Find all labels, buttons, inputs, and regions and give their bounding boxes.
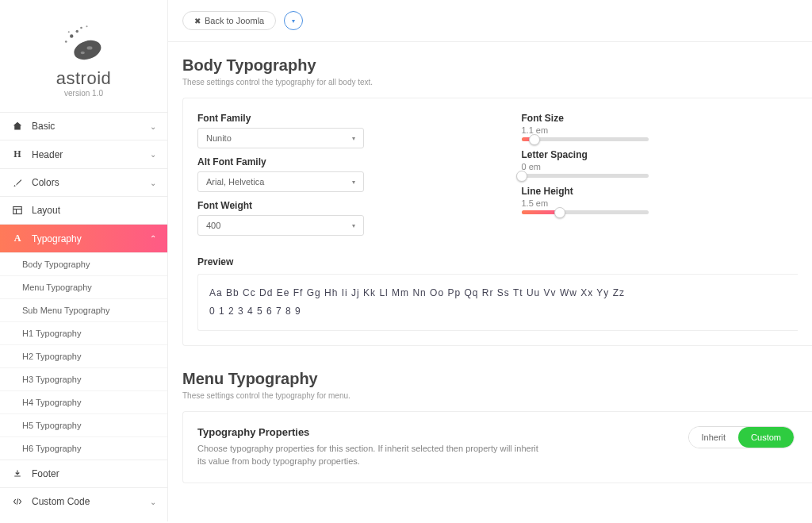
sidebar-item-basic[interactable]: Basic ⌄: [0, 112, 167, 140]
section-desc: These settings control the typography fo…: [182, 391, 812, 400]
section-title: Menu Typography: [182, 370, 812, 388]
sidebar-item-label: Layout: [32, 205, 156, 216]
font-size-value: 1.1 em: [522, 125, 799, 135]
chevron-down-icon: ▾: [352, 135, 355, 142]
sidebar-item-label: Typography: [32, 233, 150, 244]
subnav-h1-typography[interactable]: H1 Typography: [0, 321, 167, 344]
code-icon: [11, 497, 24, 506]
menu-typography-panel: Typography Properties Choose typography …: [182, 411, 812, 483]
topbar: ✖ Back to Joomla ▾: [168, 0, 812, 42]
line-height-slider[interactable]: [522, 210, 649, 214]
dropdown-circle-button[interactable]: ▾: [284, 11, 303, 30]
body-typography-section: Body Typography These settings control t…: [182, 56, 812, 346]
select-value: Arial, Helvetica: [206, 177, 264, 187]
sidebar: astroid version 1.0 Basic ⌄ H Header ⌄ C…: [0, 0, 168, 521]
typography-submenu: Body Typography Menu Typography Sub Menu…: [0, 252, 167, 460]
brush-icon: [11, 178, 24, 187]
chevron-down-icon: ⌄: [150, 122, 156, 131]
astroid-logo-icon: [56, 22, 112, 67]
download-icon: [11, 469, 24, 479]
toggle-custom[interactable]: Custom: [738, 427, 794, 448]
sidebar-item-custom-code[interactable]: Custom Code ⌄: [0, 487, 167, 515]
chevron-down-icon: ▾: [352, 179, 355, 186]
letter-spacing-label: Letter Spacing: [522, 149, 799, 160]
slider-thumb[interactable]: [529, 134, 540, 145]
subnav-h3-typography[interactable]: H3 Typography: [0, 367, 167, 390]
select-value: 400: [206, 221, 220, 230]
subnav-h2-typography[interactable]: H2 Typography: [0, 344, 167, 367]
font-size-slider[interactable]: [522, 137, 649, 141]
slider-thumb[interactable]: [516, 171, 527, 182]
subnav-submenu-typography[interactable]: Sub Menu Typography: [0, 298, 167, 321]
menu-typography-section: Menu Typography These settings control t…: [182, 370, 812, 483]
typography-properties-title: Typography Properties: [197, 426, 672, 438]
typography-properties-desc: Choose typography properties for this se…: [197, 442, 546, 468]
line-height-value: 1.5 em: [522, 198, 799, 208]
sidebar-item-label: Footer: [32, 468, 156, 479]
sidebar-item-typography[interactable]: A Typography ⌃: [0, 224, 167, 252]
svg-point-2: [80, 52, 84, 55]
header-icon: H: [11, 148, 24, 160]
font-family-select[interactable]: Nunito ▾: [197, 128, 364, 148]
home-icon: [11, 121, 24, 131]
svg-point-7: [67, 31, 69, 33]
sidebar-item-label: Basic: [32, 121, 150, 132]
section-title: Body Typography: [182, 56, 812, 75]
preview-box: Aa Bb Cc Dd Ee Ff Gg Hh Ii Jj Kk Ll Mm N…: [197, 274, 798, 331]
font-icon: A: [11, 233, 24, 244]
svg-point-5: [64, 40, 67, 43]
svg-point-6: [80, 27, 82, 29]
alt-font-family-select[interactable]: Arial, Helvetica ▾: [197, 171, 364, 192]
subnav-menu-typography[interactable]: Menu Typography: [0, 275, 167, 298]
slider-thumb[interactable]: [554, 207, 565, 218]
chevron-down-icon: ⌄: [150, 179, 156, 187]
svg-point-1: [86, 46, 92, 49]
sidebar-item-label: Custom Code: [32, 496, 150, 507]
back-to-joomla-button[interactable]: ✖ Back to Joomla: [182, 11, 276, 30]
chevron-down-icon: ⌄: [150, 150, 156, 159]
brand-name: astroid: [8, 68, 159, 89]
svg-point-3: [70, 34, 73, 37]
svg-point-8: [86, 25, 87, 27]
letter-spacing-value: 0 em: [522, 162, 799, 171]
select-value: Nunito: [206, 133, 232, 143]
svg-point-0: [71, 37, 103, 63]
logo-area: astroid version 1.0: [0, 0, 167, 112]
subnav-h6-typography[interactable]: H6 Typography: [0, 436, 167, 460]
chevron-down-icon: ⌄: [150, 498, 156, 506]
section-desc: These settings control the typography fo…: [182, 78, 812, 87]
preview-label: Preview: [197, 256, 798, 267]
sidebar-item-label: Header: [32, 149, 150, 160]
sidebar-item-label: Colors: [32, 177, 150, 188]
body-typography-panel: Font Family Nunito ▾ Alt Font Family Ari…: [182, 98, 812, 346]
sidebar-item-header[interactable]: H Header ⌄: [0, 140, 167, 168]
brand-version: version 1.0: [8, 89, 159, 98]
preview-alphabet: Aa Bb Cc Dd Ee Ff Gg Hh Ii Jj Kk Ll Mm N…: [209, 284, 787, 302]
preview-numbers: 0 1 2 3 4 5 6 7 8 9: [209, 302, 787, 321]
sidebar-nav: Basic ⌄ H Header ⌄ Colors ⌄ Layout: [0, 112, 167, 515]
svg-rect-9: [13, 207, 22, 214]
back-label: Back to Joomla: [205, 16, 264, 25]
font-weight-label: Font Weight: [197, 200, 474, 211]
subnav-h5-typography[interactable]: H5 Typography: [0, 413, 167, 436]
font-family-label: Font Family: [197, 113, 474, 124]
toggle-inherit[interactable]: Inherit: [689, 427, 739, 448]
layout-icon: [11, 206, 24, 215]
sidebar-item-colors[interactable]: Colors ⌄: [0, 168, 167, 196]
subnav-body-typography[interactable]: Body Typography: [0, 252, 167, 275]
sidebar-item-footer[interactable]: Footer: [0, 460, 167, 487]
joomla-icon: ✖: [194, 17, 201, 25]
chevron-down-icon: ▾: [292, 17, 295, 25]
chevron-up-icon: ⌃: [150, 234, 156, 243]
subnav-h4-typography[interactable]: H4 Typography: [0, 390, 167, 413]
font-size-label: Font Size: [522, 113, 799, 124]
inherit-custom-toggle[interactable]: Inherit Custom: [688, 426, 795, 448]
sidebar-item-layout[interactable]: Layout: [0, 196, 167, 224]
alt-font-family-label: Alt Font Family: [197, 156, 474, 167]
svg-point-4: [75, 30, 79, 33]
main-content: ✖ Back to Joomla ▾ Body Typography These…: [168, 0, 812, 521]
font-weight-select[interactable]: 400 ▾: [197, 215, 364, 236]
chevron-down-icon: ▾: [352, 222, 355, 229]
line-height-label: Line Height: [522, 186, 799, 197]
letter-spacing-slider[interactable]: [522, 174, 649, 178]
